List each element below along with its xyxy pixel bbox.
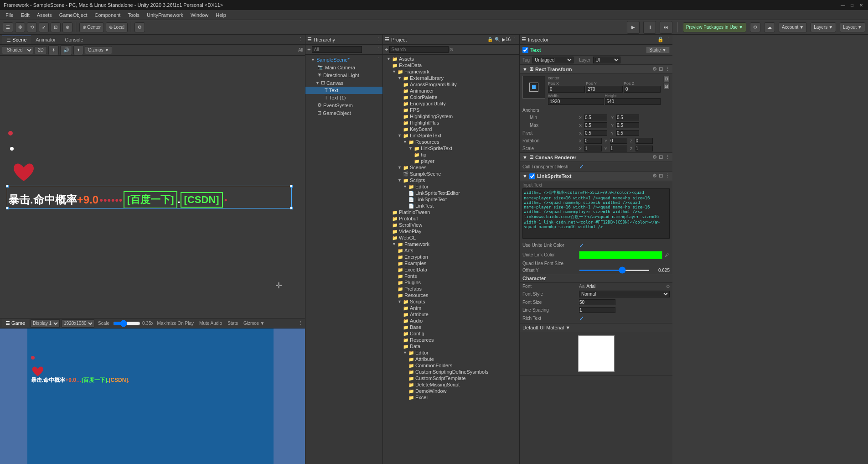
width-input[interactable]: [548, 98, 604, 105]
project-scrollview[interactable]: 📁 ScrollView: [383, 222, 519, 228]
project-deletemissing[interactable]: 📁 DeleteMissingScript: [383, 381, 519, 388]
audio-toggle[interactable]: 🔊: [60, 45, 72, 55]
hierarchy-main-camera[interactable]: 📷 Main Camera: [305, 63, 382, 71]
project-prefabs[interactable]: 📁 Prefabs: [383, 286, 519, 292]
lst-enabled-checkbox[interactable]: [529, 173, 535, 179]
project-commonfolders[interactable]: 📁 CommonFolders: [383, 362, 519, 369]
project-resources3[interactable]: 📁 Resources: [383, 337, 519, 343]
menu-assets[interactable]: Assets: [33, 11, 56, 19]
canvas-settings[interactable]: ⚙: [652, 154, 657, 160]
hierarchy-text1[interactable]: T Text (1): [305, 94, 382, 101]
rot-y-input[interactable]: [610, 138, 627, 144]
project-acrossprogram[interactable]: 📁 AcrossProgramUtility: [383, 81, 519, 88]
local-toggle[interactable]: ⊕ Local: [106, 22, 128, 32]
project-customscripttemplate[interactable]: 📁 CustomScriptTemplate: [383, 375, 519, 381]
project-anim[interactable]: 📁 Anim: [383, 305, 519, 311]
layout-button[interactable]: Layout ▼: [840, 22, 865, 32]
project-platinotween[interactable]: 📁 PlatinioTween: [383, 209, 519, 215]
project-highlightingsystem[interactable]: 📁 HighlightingSystem: [383, 113, 519, 120]
project-editor2[interactable]: 📁 Editor: [383, 349, 519, 356]
project-colorpalette[interactable]: 📁 ColorPalette: [383, 94, 519, 100]
scale-tool[interactable]: ⤢: [39, 22, 49, 32]
project-search-input[interactable]: [389, 46, 449, 53]
step-button[interactable]: ⏭: [660, 21, 672, 34]
project-player[interactable]: 📁 player: [383, 158, 519, 164]
project-resources2[interactable]: 📁 Resources: [383, 292, 519, 298]
resolution-select[interactable]: 1920x1080: [62, 319, 94, 328]
project-attribute[interactable]: 📁 Attribute: [383, 311, 519, 318]
rect-transform-header[interactable]: ▼ ⊞ Rect Transform ⚙ ⊡ ⋮: [520, 65, 672, 74]
pivot-toggle[interactable]: ⊕ Center: [79, 22, 104, 32]
project-exceldata2[interactable]: 📁 ExcelData: [383, 266, 519, 273]
project-audio[interactable]: 📁 Audio: [383, 318, 519, 324]
menu-unityframework[interactable]: UnityFramework: [143, 11, 187, 19]
account-button[interactable]: Account ▼: [779, 22, 807, 32]
unite-link-color-swatch[interactable]: [579, 251, 662, 259]
project-linkspritetexteditor[interactable]: 📄 LinkSpriteTextEditor: [383, 190, 519, 196]
rot-x-input[interactable]: [584, 138, 602, 144]
tab-console[interactable]: Console: [60, 36, 88, 43]
link-sprite-text-header[interactable]: ▼ LinkSpriteText ⚙ ⊡ ⋮: [520, 172, 672, 181]
rich-text-check[interactable]: ✓: [579, 315, 584, 322]
hierarchy-search[interactable]: [312, 46, 362, 53]
line-spacing-input[interactable]: [579, 307, 615, 313]
play-button[interactable]: ▶: [627, 21, 640, 34]
object-active-checkbox[interactable]: [522, 47, 528, 53]
posx-input[interactable]: [548, 86, 585, 93]
project-resources[interactable]: 📁 Resources: [383, 139, 519, 145]
maximize-button[interactable]: □: [849, 2, 855, 8]
font-size-input[interactable]: [579, 299, 615, 305]
rect-constraint-y[interactable]: ⊡: [663, 83, 670, 89]
rot-z-input[interactable]: [636, 138, 653, 144]
project-linkspritetext2[interactable]: 📁 LinkSpriteText: [383, 145, 519, 151]
game-gizmos[interactable]: Gizmos ▼: [242, 321, 267, 326]
menu-component[interactable]: Component: [91, 11, 124, 19]
hierarchy-menu[interactable]: ⋮: [376, 47, 381, 52]
tab-scene[interactable]: ☰ Scene: [2, 36, 31, 44]
project-hp[interactable]: 📁 hp: [383, 151, 519, 158]
menu-tools[interactable]: Tools: [124, 11, 143, 19]
project-samplescene[interactable]: 🎬 SampleScene: [383, 171, 519, 177]
project-examples[interactable]: 📁 Examples: [383, 260, 519, 266]
minimize-button[interactable]: —: [840, 2, 846, 8]
tab-animator[interactable]: Animator: [31, 36, 60, 43]
hierarchy-eventsystem[interactable]: ⚙ EventSystem: [305, 101, 382, 109]
close-button[interactable]: ✕: [858, 2, 864, 8]
pivot-y-input[interactable]: [616, 130, 639, 136]
settings-button[interactable]: ⚙: [750, 22, 760, 32]
project-externallibrary[interactable]: 📁 ExternalLibrary: [383, 75, 519, 81]
project-editor[interactable]: 📁 Editor: [383, 183, 519, 190]
scene-options[interactable]: ⋮: [298, 36, 303, 42]
menu-help[interactable]: Help: [212, 11, 230, 19]
project-filter[interactable]: ⊙: [450, 47, 453, 52]
project-animancer[interactable]: 📁 Animancer: [383, 88, 519, 94]
scale-y-input[interactable]: [610, 146, 627, 151]
hierarchy-directional-light[interactable]: ☀ Directional Light: [305, 71, 382, 79]
inspector-options[interactable]: ⋮: [666, 36, 671, 42]
max-x-input[interactable]: [584, 122, 607, 128]
lights-toggle[interactable]: ☀: [48, 45, 59, 55]
font-style-select[interactable]: Normal Bold Italic: [579, 291, 670, 297]
menu-window[interactable]: Window: [187, 11, 212, 19]
tab-game[interactable]: ☰ Game: [2, 319, 29, 327]
lst-enable-toggle[interactable]: [529, 173, 535, 179]
project-data[interactable]: 📁 Data: [383, 343, 519, 349]
game-options[interactable]: ⋮: [298, 320, 303, 326]
layer-select[interactable]: UI: [593, 57, 620, 63]
project-fps[interactable]: 📁 FPS: [383, 107, 519, 113]
canvas-menu[interactable]: ⋮: [665, 154, 670, 160]
gizmos-button[interactable]: Gizmos ▼: [85, 46, 113, 54]
menu-edit[interactable]: Edit: [17, 11, 33, 19]
canvas-renderer-header[interactable]: ▼ ⊡ Canvas Renderer ⚙ ⊡ ⋮: [520, 153, 672, 162]
max-y-input[interactable]: [616, 122, 639, 128]
scale-x-input[interactable]: [584, 146, 602, 151]
hierarchy-canvas[interactable]: ⊡ Canvas: [305, 79, 382, 87]
project-excel[interactable]: 📁 Excel: [383, 394, 519, 401]
hierarchy-add[interactable]: +: [307, 46, 311, 53]
fx-toggle[interactable]: ✦: [73, 45, 83, 55]
preview-packages-button[interactable]: Preview Packages in Use ▼: [683, 22, 746, 32]
project-linkspritetext[interactable]: 📁 LinkSpriteText: [383, 132, 519, 139]
project-protobuf[interactable]: 📁 Protobuf: [383, 215, 519, 222]
project-scripts2[interactable]: 📁 Scripts: [383, 298, 519, 305]
project-webgl[interactable]: 📁 WebGL: [383, 235, 519, 241]
